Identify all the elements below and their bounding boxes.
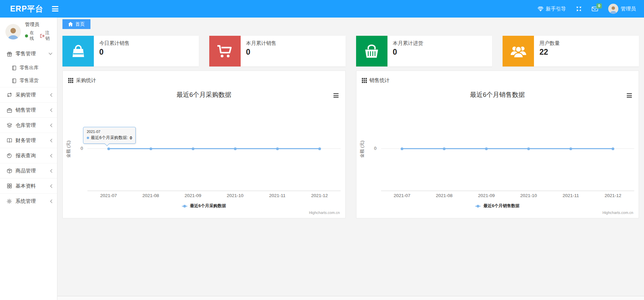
sidebar-item-retail-outbound[interactable]: 零售出库	[0, 61, 57, 74]
data-point-marker[interactable]	[234, 147, 237, 150]
chevron-left-icon	[50, 93, 52, 97]
stat-value: 22	[539, 48, 560, 57]
stat-card-month-purchase[interactable]: 本月累计进货 0	[356, 36, 492, 66]
sidebar-item-goods[interactable]: 商品管理	[0, 163, 57, 178]
bag-icon	[62, 36, 94, 66]
gear-icon	[6, 199, 12, 204]
highcharts-credits[interactable]: Highcharts.com.cn	[602, 211, 633, 215]
footer-strip	[57, 296, 644, 300]
chevron-left-icon	[50, 108, 52, 112]
stat-value: 0	[99, 48, 130, 57]
sign-out-icon	[40, 34, 45, 38]
data-point-marker[interactable]	[527, 147, 530, 150]
x-axis-line	[381, 191, 634, 191]
chevron-left-icon	[50, 199, 52, 203]
data-point-marker[interactable]	[107, 147, 110, 150]
sidebar-item-sales[interactable]: 销售管理	[0, 102, 57, 117]
sidebar-user-avatar	[5, 24, 21, 39]
stat-card-user-count[interactable]: 用户数量 22	[503, 36, 639, 66]
x-axis-label: 2021-07	[87, 193, 130, 198]
logout-link[interactable]: 注销	[40, 30, 54, 42]
sidebar-item-warehouse[interactable]: 仓库管理	[0, 117, 57, 133]
purchase-chart: 最近6个月采购数据 金额 (元) 0 2021-072021-082021-09…	[63, 86, 345, 218]
chart-tooltip: 2021-07 最近6个月采购数据: 0	[83, 127, 136, 144]
grid-icon	[6, 184, 12, 188]
stat-card-today-sales[interactable]: 今日累计销售 0	[62, 36, 199, 66]
data-point-marker[interactable]	[443, 147, 446, 150]
tooltip-header: 2021-07	[87, 130, 132, 134]
stat-card-month-sales[interactable]: 本月累计销售 0	[209, 36, 346, 66]
user-avatar	[608, 4, 618, 14]
sidebar-item-system[interactable]: 系统管理	[0, 193, 57, 209]
chevron-down-icon	[49, 53, 52, 55]
main-content: 首页 今日累计销售 0 本月累计销售 0	[57, 18, 644, 300]
guide-button[interactable]: 新手引导	[538, 6, 566, 12]
panel-title: 采购统计	[76, 77, 96, 84]
y-axis-tick: 0	[73, 146, 83, 151]
x-axis-label: 2021-10	[508, 193, 550, 198]
chevron-left-icon	[50, 184, 52, 188]
stat-label: 今日累计销售	[99, 40, 130, 47]
stat-value: 0	[246, 48, 276, 57]
user-menu[interactable]: 管理员	[608, 4, 636, 14]
sidebar-menu: 零售管理 零售出库 零售退货	[0, 46, 57, 209]
chart-legend[interactable]: 最近6个月销售数据	[356, 203, 639, 209]
series-line	[402, 148, 613, 149]
purchase-stats-panel: 采购统计 最近6个月采购数据 金额 (元) 0 2021-072021-0820…	[62, 71, 346, 218]
legend-marker	[475, 205, 481, 208]
x-axis-label: 2021-10	[214, 193, 256, 198]
chart-panels-row: 采购统计 最近6个月采购数据 金额 (元) 0 2021-072021-0820…	[62, 71, 639, 218]
sidebar-item-finance[interactable]: 财务管理	[0, 133, 57, 148]
chart-context-menu-icon[interactable]	[627, 93, 632, 98]
data-point-marker[interactable]	[318, 147, 321, 150]
legend-label: 最近6个月销售数据	[483, 203, 519, 209]
sidebar-item-retail[interactable]: 零售管理	[0, 46, 57, 61]
data-point-marker[interactable]	[192, 147, 194, 150]
chart-title: 最近6个月采购数据	[63, 90, 345, 99]
data-point-marker[interactable]	[401, 147, 403, 150]
legend-marker	[182, 205, 187, 208]
stat-value: 0	[393, 48, 423, 57]
sidebar-item-retail-return[interactable]: 零售退货	[0, 74, 57, 87]
data-point-marker[interactable]	[150, 147, 152, 150]
sidebar: 管理员 在线 注销 零售管理	[0, 18, 57, 300]
fullscreen-icon	[576, 6, 582, 11]
stat-label: 本月累计进货	[393, 40, 423, 47]
message-count-badge: 0	[596, 3, 602, 8]
data-point-marker[interactable]	[612, 147, 614, 150]
x-axis-label: 2021-08	[130, 193, 172, 198]
sidebar-toggle-icon[interactable]	[52, 6, 58, 11]
chart-legend[interactable]: 最近6个月采购数据	[63, 203, 345, 209]
data-point-marker[interactable]	[276, 147, 279, 150]
stat-label: 用户数量	[539, 40, 560, 47]
data-point-marker[interactable]	[569, 147, 572, 150]
tooltip-value: 0	[130, 136, 132, 140]
chart-context-menu-icon[interactable]	[333, 93, 339, 98]
sidebar-item-reports[interactable]: 报表查询	[0, 148, 57, 163]
sales-stats-panel: 销售统计 最近6个月销售数据 金额 (元) 0 2021-072021-0820…	[356, 71, 639, 218]
file-icon	[11, 78, 17, 83]
y-axis-tick: 0	[367, 146, 377, 151]
tooltip-series-dot	[87, 137, 89, 139]
highcharts-credits[interactable]: Highcharts.com.cn	[309, 211, 340, 215]
sidebar-user-card: 管理员 在线 注销	[0, 18, 57, 46]
gift-icon	[6, 51, 12, 57]
top-navbar: ERP平台 新手引导 0 管理员	[0, 0, 644, 18]
sidebar-item-purchase[interactable]: 采购管理	[0, 87, 57, 102]
online-status-label: 在线	[30, 30, 38, 42]
x-axis-label: 2021-12	[298, 193, 341, 198]
box-icon	[6, 168, 12, 173]
briefcase-icon	[6, 108, 12, 113]
stat-cards-row: 今日累计销售 0 本月累计销售 0 本月累计进货 0	[62, 36, 639, 66]
tab-home[interactable]: 首页	[62, 19, 90, 29]
x-axis-label: 2021-07	[381, 193, 423, 198]
chevron-left-icon	[50, 154, 52, 158]
x-axis-line	[87, 191, 341, 191]
fullscreen-button[interactable]	[576, 6, 582, 11]
th-grid-icon	[68, 78, 73, 83]
data-point-marker[interactable]	[485, 147, 488, 150]
legend-label: 最近6个月采购数据	[190, 203, 226, 209]
sidebar-item-basic-data[interactable]: 基本资料	[0, 178, 57, 193]
messages-button[interactable]: 0	[592, 6, 598, 11]
gem-icon	[538, 6, 543, 11]
